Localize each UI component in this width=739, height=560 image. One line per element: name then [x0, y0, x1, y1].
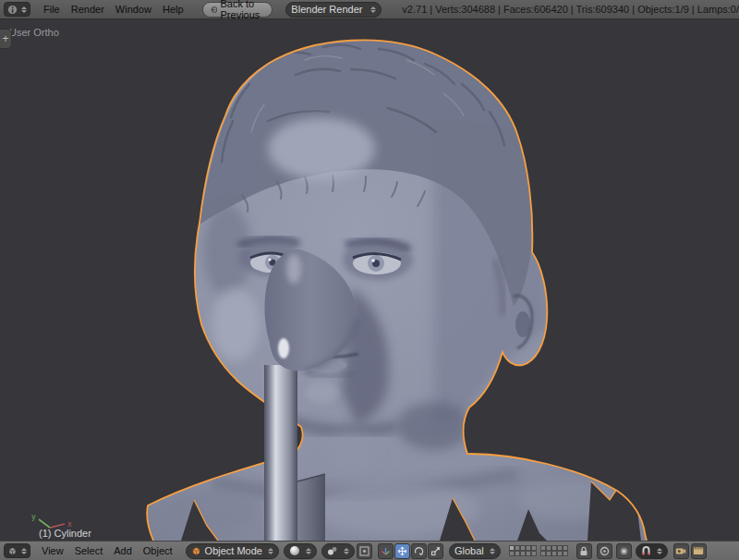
render-engine-value: Blender Render — [291, 4, 362, 15]
menu-file[interactable]: File — [38, 4, 66, 15]
stepper-arrows — [657, 548, 662, 554]
proportional-edit-icon — [600, 546, 610, 556]
info-header: File Render Window Help Back to Previous… — [0, 0, 739, 19]
manipulator-toggle-button[interactable] — [378, 543, 394, 559]
object-mode-cube-icon — [191, 546, 201, 556]
menu-add[interactable]: Add — [108, 545, 138, 556]
viewport-header: View Select Add Object Object Mode — [0, 541, 739, 560]
back-arrow-icon — [211, 5, 217, 15]
lock-icon — [579, 546, 588, 556]
scale-icon — [430, 546, 441, 556]
editor-type-selector[interactable] — [4, 543, 30, 558]
scale-manipulator-button[interactable] — [428, 543, 443, 559]
layer-group-1 — [510, 545, 538, 556]
opengl-render-group — [673, 543, 707, 559]
axis-y-label: y — [31, 513, 36, 521]
menu-help[interactable]: Help — [157, 4, 189, 15]
translate-manipulator-button[interactable] — [394, 543, 410, 559]
proportional-edit-dropdown[interactable] — [597, 543, 612, 559]
back-to-previous-label: Back to Previous — [221, 0, 265, 20]
mode-value: Object Mode — [205, 545, 262, 556]
back-to-previous-button[interactable]: Back to Previous — [202, 2, 273, 18]
render-anim-icon — [693, 546, 704, 555]
translate-icon — [397, 546, 407, 556]
transform-orientation-dropdown[interactable]: Global — [449, 543, 501, 559]
view-orientation-label: User Ortho — [9, 27, 59, 38]
editor-type-selector[interactable] — [4, 2, 30, 17]
info-editor-icon — [7, 5, 18, 15]
snap-magnet-icon — [641, 546, 651, 556]
menu-window[interactable]: Window — [110, 4, 157, 15]
snap-volume-icon — [619, 546, 629, 556]
viewport-shading-dropdown[interactable] — [284, 543, 317, 559]
pivot-spheres-icon — [327, 545, 338, 556]
scene-statistics: v2.71 | Verts:304688 | Faces:606420 | Tr… — [402, 4, 739, 15]
layer-selector — [510, 545, 569, 556]
opengl-render-still-button[interactable] — [673, 543, 689, 559]
stepper-arrows — [370, 6, 376, 13]
layer-toggle[interactable] — [531, 551, 537, 556]
shading-sphere-icon — [289, 545, 300, 556]
3d-viewport[interactable]: x y User Ortho (1) Cylinder + — [0, 19, 739, 541]
stepper-arrows — [490, 548, 495, 554]
menu-render[interactable]: Render — [66, 4, 110, 15]
menu-object[interactable]: Object — [138, 545, 178, 556]
layer-group-2 — [541, 545, 569, 556]
active-object-label: (1) Cylinder — [39, 528, 91, 539]
snap-element-dropdown[interactable] — [636, 543, 668, 559]
menu-view[interactable]: View — [36, 545, 69, 556]
3d-view-editor-icon — [7, 546, 18, 556]
render-engine-dropdown[interactable]: Blender Render — [285, 2, 382, 18]
snap-toggle-button[interactable] — [616, 543, 632, 559]
rotate-manipulator-button[interactable] — [411, 543, 427, 559]
manipulator-axes-icon — [381, 546, 391, 556]
menu-select[interactable]: Select — [69, 545, 109, 556]
stepper-arrows — [21, 548, 27, 554]
view-axis-gizmo: x y — [31, 513, 72, 529]
blender-window: File Render Window Help Back to Previous… — [0, 0, 739, 560]
sculpt-bust-render: x y — [0, 19, 739, 541]
transform-manipulator-group — [378, 543, 443, 559]
mode-dropdown[interactable]: Object Mode — [186, 543, 279, 559]
rotate-icon — [414, 546, 424, 556]
stepper-arrows — [21, 6, 27, 13]
layer-toggle[interactable] — [563, 551, 568, 556]
opengl-render-anim-button[interactable] — [691, 543, 707, 559]
orientation-value: Global — [454, 545, 484, 556]
stepper-arrows — [344, 548, 349, 554]
render-camera-icon — [675, 546, 686, 555]
tool-shelf-expand-tab[interactable]: + — [0, 29, 12, 49]
stepper-arrows — [306, 548, 311, 554]
center-points-icon — [359, 546, 370, 556]
manipulate-center-points-toggle[interactable] — [357, 543, 372, 559]
stepper-arrows — [268, 548, 273, 554]
lock-to-scene-toggle[interactable] — [576, 543, 592, 559]
pivot-point-dropdown[interactable] — [321, 543, 355, 559]
